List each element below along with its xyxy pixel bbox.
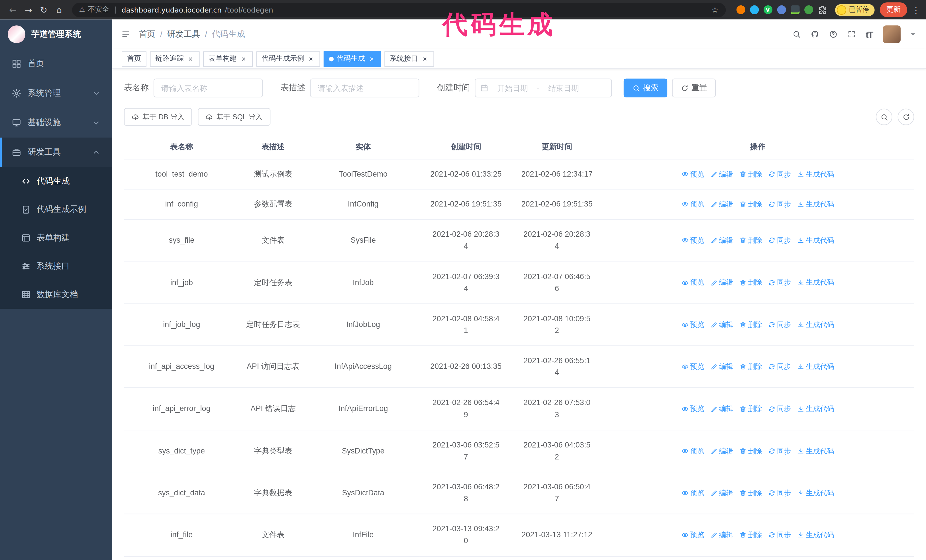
preview-link[interactable]: 预览 <box>681 488 704 499</box>
delete-link[interactable]: 删除 <box>739 235 762 246</box>
close-tab-icon[interactable]: × <box>368 55 375 63</box>
sidebar-item-system-api[interactable]: 系统接口 <box>0 252 112 280</box>
edit-link[interactable]: 编辑 <box>710 361 733 372</box>
profile-paused-badge[interactable]: 已暂停 <box>835 4 875 15</box>
edit-link[interactable]: 编辑 <box>710 488 733 499</box>
edit-link[interactable]: 编辑 <box>710 169 733 180</box>
extension-icon[interactable] <box>736 5 745 14</box>
user-avatar[interactable] <box>883 25 901 43</box>
breadcrumb-dev-tools[interactable]: 研发工具 <box>167 29 200 39</box>
browser-menu-icon[interactable]: ⋮ <box>912 5 920 15</box>
preview-link[interactable]: 预览 <box>681 530 704 540</box>
preview-link[interactable]: 预览 <box>681 169 704 180</box>
delete-link[interactable]: 删除 <box>739 361 762 372</box>
close-tab-icon[interactable]: × <box>307 55 315 63</box>
reset-button[interactable]: 重置 <box>672 78 716 97</box>
generate-code-link[interactable]: 生成代码 <box>797 169 834 180</box>
font-size-icon[interactable]: tT <box>865 29 873 39</box>
end-date-input[interactable] <box>542 83 585 92</box>
breadcrumb-home[interactable]: 首页 <box>139 29 155 39</box>
generate-code-link[interactable]: 生成代码 <box>797 199 834 210</box>
edit-link[interactable]: 编辑 <box>710 445 733 457</box>
generate-code-link[interactable]: 生成代码 <box>797 361 834 372</box>
tab-codegen-example[interactable]: 代码生成示例 × <box>256 51 320 66</box>
edit-link[interactable]: 编辑 <box>710 199 733 210</box>
generate-code-link[interactable]: 生成代码 <box>797 319 834 331</box>
tab-trace[interactable]: 链路追踪 × <box>150 51 200 66</box>
extension-icon[interactable] <box>750 5 758 14</box>
generate-code-link[interactable]: 生成代码 <box>797 488 834 499</box>
delete-link[interactable]: 删除 <box>739 199 762 210</box>
sync-link[interactable]: 同步 <box>768 319 791 331</box>
sync-link[interactable]: 同步 <box>768 403 791 414</box>
sync-link[interactable]: 同步 <box>768 277 791 288</box>
fullscreen-icon[interactable] <box>847 30 856 38</box>
sidebar-item-infrastructure[interactable]: 基础设施 <box>0 108 112 137</box>
generate-code-link[interactable]: 生成代码 <box>797 445 834 457</box>
import-sql-button[interactable]: 基于 SQL 导入 <box>198 108 270 125</box>
date-range-picker[interactable]: - <box>475 78 612 97</box>
preview-link[interactable]: 预览 <box>681 445 704 457</box>
preview-link[interactable]: 预览 <box>681 277 704 288</box>
import-db-button[interactable]: 基于 DB 导入 <box>124 108 192 125</box>
extension-icon[interactable] <box>804 5 813 14</box>
preview-link[interactable]: 预览 <box>681 319 704 331</box>
extensions-puzzle-icon[interactable] <box>818 5 826 14</box>
delete-link[interactable]: 删除 <box>739 488 762 499</box>
address-bar[interactable]: ⚠ 不安全 dashboard.yudao.iocoder.cn /tool/c… <box>72 3 725 17</box>
close-tab-icon[interactable]: × <box>421 55 429 63</box>
preview-link[interactable]: 预览 <box>681 361 704 372</box>
browser-forward-icon[interactable]: → <box>21 3 36 17</box>
edit-link[interactable]: 编辑 <box>710 403 733 414</box>
browser-back-icon[interactable]: ← <box>6 3 20 17</box>
browser-home-icon[interactable]: ⌂ <box>52 3 66 17</box>
sync-link[interactable]: 同步 <box>768 169 791 180</box>
generate-code-link[interactable]: 生成代码 <box>797 277 834 288</box>
generate-code-link[interactable]: 生成代码 <box>797 530 834 540</box>
refresh-table-button[interactable] <box>898 109 914 125</box>
avatar-caret-icon[interactable] <box>911 33 915 38</box>
close-tab-icon[interactable]: × <box>187 55 194 63</box>
sync-link[interactable]: 同步 <box>768 361 791 372</box>
sidebar-item-codegen-example[interactable]: 代码生成示例 <box>0 195 112 223</box>
sidebar-item-form-builder[interactable]: 表单构建 <box>0 224 112 252</box>
edit-link[interactable]: 编辑 <box>710 319 733 331</box>
extension-icon[interactable] <box>777 5 786 14</box>
tab-form-builder[interactable]: 表单构建 × <box>203 51 253 66</box>
extension-icon[interactable] <box>790 5 799 14</box>
delete-link[interactable]: 删除 <box>739 445 762 457</box>
delete-link[interactable]: 删除 <box>739 403 762 414</box>
delete-link[interactable]: 删除 <box>739 319 762 331</box>
bookmark-star-icon[interactable]: ☆ <box>711 5 718 14</box>
delete-link[interactable]: 删除 <box>739 530 762 540</box>
sync-link[interactable]: 同步 <box>768 530 791 540</box>
github-icon[interactable] <box>811 30 819 38</box>
toggle-search-button[interactable] <box>876 109 893 125</box>
tab-system-api[interactable]: 系统接口 × <box>384 51 434 66</box>
start-date-input[interactable] <box>491 83 534 92</box>
generate-code-link[interactable]: 生成代码 <box>797 235 834 246</box>
edit-link[interactable]: 编辑 <box>710 235 733 246</box>
search-button[interactable]: 搜索 <box>624 78 667 97</box>
extension-icon[interactable]: V <box>763 5 772 14</box>
generate-code-link[interactable]: 生成代码 <box>797 403 834 414</box>
sidebar-item-home[interactable]: 首页 <box>0 49 112 78</box>
tab-code-generation[interactable]: 代码生成 × <box>324 51 381 66</box>
sidebar-item-db-docs[interactable]: 数据库文档 <box>0 281 112 309</box>
sync-link[interactable]: 同步 <box>768 445 791 457</box>
delete-link[interactable]: 删除 <box>739 277 762 288</box>
sync-link[interactable]: 同步 <box>768 235 791 246</box>
table-desc-input[interactable] <box>310 78 419 97</box>
sidebar-item-code-generation[interactable]: 代码生成 <box>0 167 112 195</box>
browser-reload-icon[interactable]: ↻ <box>37 3 51 17</box>
close-tab-icon[interactable]: × <box>240 55 248 63</box>
sidebar-item-system-management[interactable]: 系统管理 <box>0 78 112 108</box>
collapse-sidebar-icon[interactable] <box>122 30 130 38</box>
sidebar-item-dev-tools[interactable]: 研发工具 <box>0 137 112 167</box>
browser-update-button[interactable]: 更新 <box>880 2 907 17</box>
edit-link[interactable]: 编辑 <box>710 277 733 288</box>
sync-link[interactable]: 同步 <box>768 199 791 210</box>
preview-link[interactable]: 预览 <box>681 403 704 414</box>
help-icon[interactable] <box>829 30 837 38</box>
preview-link[interactable]: 预览 <box>681 235 704 246</box>
